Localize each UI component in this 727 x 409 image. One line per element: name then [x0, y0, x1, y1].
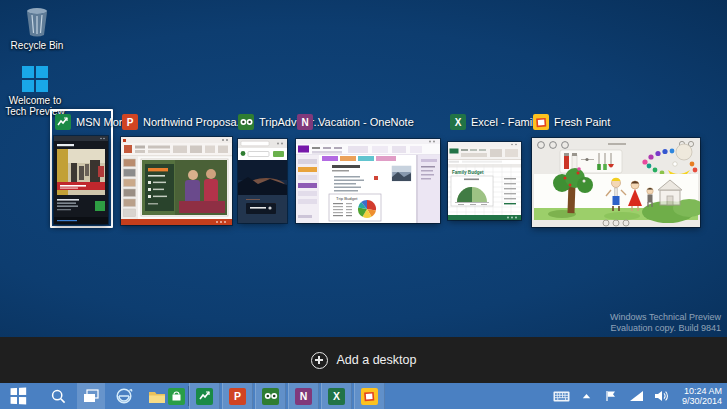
budget-pie-chart	[358, 200, 376, 218]
network-signal-icon	[630, 391, 643, 401]
onenote-icon: N	[295, 388, 312, 405]
tripadvisor-thumbnail[interactable]	[238, 139, 287, 223]
taskbar-app-onenote[interactable]: N	[288, 383, 319, 409]
add-desktop-label: Add a desktop	[337, 353, 417, 367]
window-title-row: Fresh Paint	[533, 113, 610, 131]
budget-chart	[451, 176, 493, 206]
trip-budget-title: Trip Budget	[336, 196, 358, 201]
excel-icon: X	[328, 388, 345, 405]
volume-button[interactable]	[652, 387, 670, 405]
watermark-line2: Evaluation copy. Build 9841	[610, 323, 721, 334]
excel-icon: X	[450, 114, 466, 130]
network-button[interactable]	[627, 387, 645, 405]
taskbar-app-powerpoint[interactable]: P	[222, 383, 253, 409]
speaker-icon	[655, 390, 668, 402]
section-tabs	[322, 156, 396, 161]
store-button[interactable]	[162, 383, 190, 409]
site-header	[238, 148, 287, 160]
page-list-panel	[418, 155, 440, 223]
sheet-title: Family Budget	[452, 170, 484, 175]
trip-budget-box: Trip Budget	[329, 194, 381, 221]
onenote-thumbnail[interactable]: Trip Budget	[296, 139, 440, 223]
fresh-paint-icon	[361, 388, 378, 405]
powerpoint-thumbnail[interactable]	[121, 137, 232, 225]
excel-thumbnail[interactable]: Family Budget	[448, 142, 521, 220]
flag-icon	[605, 390, 617, 402]
watermark-line1: Windows Technical Preview	[610, 312, 721, 323]
slide-text-panel	[145, 164, 174, 211]
onenote-icon: N	[297, 114, 313, 130]
store-icon	[168, 388, 185, 405]
scrollbar[interactable]	[416, 155, 418, 223]
recycle-bin-icon	[2, 5, 72, 37]
msn-money-icon	[196, 388, 213, 405]
headline-band	[57, 182, 105, 190]
onenote-preview-art: Trip Budget	[296, 139, 440, 223]
taskbar-app-fresh-paint[interactable]	[354, 383, 385, 409]
plus-circle-icon	[311, 352, 328, 369]
slide-canvas	[141, 159, 228, 216]
desktop-background[interactable]: Recycle Bin Welcome to Tech Preview MSN …	[0, 0, 727, 337]
tripadvisor-preview-art	[238, 139, 287, 223]
excel-status-bar	[448, 215, 521, 220]
fresh-paint-thumbnail[interactable]	[532, 138, 700, 227]
ribbon	[296, 144, 440, 155]
keyboard-icon	[553, 391, 570, 402]
internet-explorer-button[interactable]	[110, 383, 138, 409]
painting-canvas	[534, 167, 700, 223]
powerpoint-icon: P	[122, 114, 138, 130]
action-center-button[interactable]	[602, 387, 620, 405]
browser-chrome	[238, 139, 287, 148]
brush-panel	[560, 150, 622, 173]
ribbon	[448, 147, 521, 160]
desktop-icon-recycle-bin[interactable]: Recycle Bin	[2, 5, 72, 51]
start-button[interactable]	[4, 383, 32, 409]
taskbar-clock[interactable]: 10:24 AM 9/30/2014	[677, 386, 725, 407]
add-desktop-bar[interactable]: Add a desktop	[0, 337, 727, 383]
clock-date: 9/30/2014	[677, 396, 722, 407]
window-title: Northwind Proposa...	[143, 116, 246, 128]
taskbar-app-tripadvisor[interactable]	[255, 383, 286, 409]
msn-money-preview-art	[54, 136, 108, 224]
window-title-row: N Vacation - OneNote	[297, 113, 414, 131]
taskbar: P N X	[0, 383, 727, 409]
windows-task-view-screen: Recycle Bin Welcome to Tech Preview MSN …	[0, 0, 727, 409]
taskbar-app-excel[interactable]: X	[321, 383, 352, 409]
chevron-up-icon	[582, 393, 591, 399]
taskbar-app-msn-money[interactable]	[189, 383, 220, 409]
window-title: Vacation - OneNote	[318, 116, 414, 128]
task-view-button[interactable]	[77, 383, 105, 409]
tripadvisor-icon	[238, 114, 254, 130]
ribbon	[121, 143, 232, 156]
window-title: Fresh Paint	[554, 116, 610, 128]
inline-photo	[392, 166, 411, 181]
powerpoint-icon: P	[229, 388, 246, 405]
tripadvisor-icon	[262, 388, 279, 405]
slide-panel	[121, 156, 138, 219]
excel-preview-art: Family Budget	[448, 142, 521, 220]
search-icon	[51, 389, 66, 404]
window-title-row: P Northwind Proposa...	[122, 113, 246, 131]
msn-money-icon	[55, 114, 71, 130]
powerpoint-status-bar	[121, 219, 232, 225]
clock-time: 10:24 AM	[677, 386, 722, 397]
system-tray: 10:24 AM 9/30/2014	[552, 383, 725, 409]
harbor-photo	[238, 160, 287, 223]
msn-money-thumbnail[interactable]	[54, 136, 108, 224]
show-hidden-icons-button[interactable]	[577, 387, 595, 405]
touch-keyboard-button[interactable]	[552, 387, 570, 405]
powerpoint-preview-art	[121, 137, 232, 225]
evaluation-watermark: Windows Technical Preview Evaluation cop…	[610, 312, 721, 334]
search-button[interactable]	[44, 383, 72, 409]
internet-explorer-icon	[115, 387, 133, 405]
windows-logo-icon	[0, 60, 70, 92]
windows-start-icon	[11, 388, 26, 404]
fresh-paint-preview-art	[532, 138, 700, 227]
notebook-sidebar	[296, 155, 319, 223]
desktop-icon-label: Recycle Bin	[2, 40, 72, 51]
fresh-paint-icon	[533, 114, 549, 130]
task-view-icon	[83, 389, 99, 403]
